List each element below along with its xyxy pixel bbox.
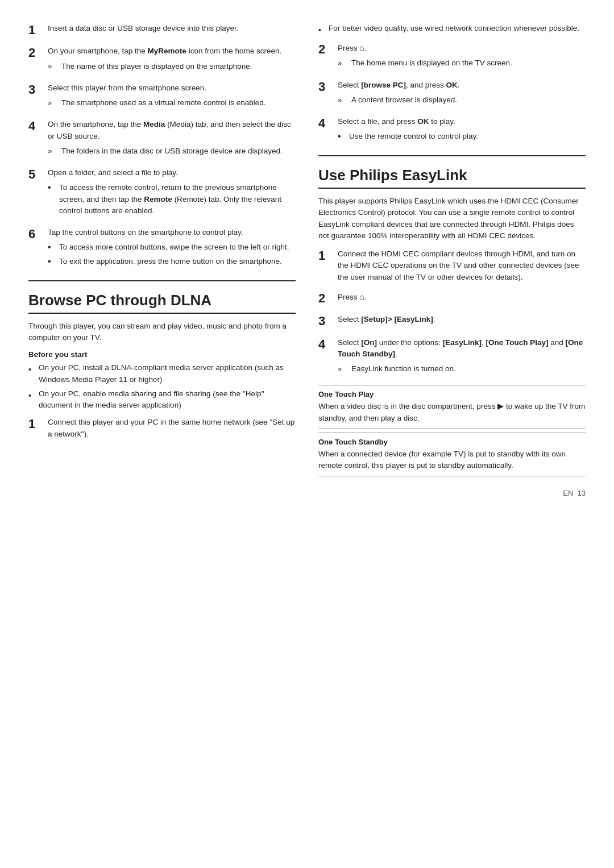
- before-start-item-2-text: On your PC, enable media sharing and fil…: [39, 388, 296, 412]
- right-top-bullet-1-text: For better video quality, use wired netw…: [329, 23, 579, 36]
- arrow-icon: »: [48, 146, 57, 157]
- step-6-sub-list: • To access more control buttons, swipe …: [48, 242, 296, 268]
- page-footer: EN 13: [28, 480, 586, 497]
- footer-page-number: 13: [578, 489, 586, 497]
- step-6-sub-1-text: To access more control buttons, swipe th…: [59, 242, 289, 254]
- dlna-step-2-content: Press . » The home menu is displayed on …: [338, 42, 586, 72]
- dlna-step-4-text: Select a file, and press OK to play.: [338, 117, 455, 126]
- step-4-sub-1: » The folders in the data disc or USB st…: [48, 146, 296, 157]
- dlna-step-3-text: Select [browse PC], and press OK.: [338, 81, 460, 89]
- bullet-icon: •: [28, 364, 34, 385]
- easylink-step-3-content: Select [Setup]> [EasyLink].: [338, 314, 586, 325]
- main-steps-list: 1 Insert a data disc or USB storage devi…: [28, 23, 296, 270]
- step-4-sub-1-text: The folders in the data disc or USB stor…: [61, 146, 283, 157]
- step-2-sub-list: » The name of this player is displayed o…: [48, 61, 296, 72]
- step-2-sub-1-text: The name of this player is displayed on …: [61, 61, 252, 72]
- step-3-text: Select this player from the smartphone s…: [48, 84, 206, 92]
- easylink-title: Use Philips EasyLink: [318, 167, 586, 189]
- dlna-step-4-sub-list: • Use the remote control to control play…: [338, 131, 586, 143]
- easylink-step-4: 4 Select [On] under the options: [EasyLi…: [318, 337, 586, 377]
- step-4-sub-list: » The folders in the data disc or USB st…: [48, 146, 296, 157]
- step-6-text: Tap the control buttons on the smartphon…: [48, 228, 243, 236]
- easylink-step-4-text: Select [On] under the options: [EasyLink…: [338, 338, 583, 358]
- step-2-text: On your smartphone, tap the MyRemote ico…: [48, 47, 281, 55]
- step-5-sub-1-text: To access the remote control, return to …: [59, 182, 296, 217]
- arrow-icon: »: [48, 97, 57, 109]
- dlna-step-number-4: 4: [318, 116, 332, 131]
- browse-step-1: 1 Connect this player and your PC in the…: [28, 417, 296, 440]
- before-start-item-1: • On your PC, install a DLNA-compliant m…: [28, 362, 296, 385]
- one-touch-play-body: When a video disc is in the disc compart…: [318, 401, 586, 424]
- before-start-label: Before you start: [28, 350, 296, 359]
- browse-pc-title: Browse PC through DLNA: [28, 292, 296, 314]
- before-start-list: • On your PC, install a DLNA-compliant m…: [28, 362, 296, 411]
- step-3-sub-1: » The smartphone used as a virtual remot…: [48, 97, 296, 109]
- step-6-sub-1: • To access more control buttons, swipe …: [48, 242, 296, 254]
- dlna-steps-list: 2 Press . » The home menu is displayed o…: [318, 42, 586, 145]
- browse-step-1-text: Connect this player and your PC in the s…: [48, 418, 294, 438]
- dlna-step-number-2: 2: [318, 42, 332, 57]
- one-touch-standby-title: One Touch Standby: [318, 438, 586, 446]
- home-icon: [359, 44, 364, 52]
- before-start-item-1-text: On your PC, install a DLNA-compliant med…: [39, 362, 296, 385]
- step-number-4: 4: [28, 119, 42, 134]
- easylink-step-1: 1 Connect the HDMI CEC compliant devices…: [318, 248, 586, 283]
- dlna-step-2-text: Press .: [338, 44, 367, 52]
- step-number-5: 5: [28, 167, 42, 182]
- dlna-step-4-sub-1-text: Use the remote control to control play.: [349, 131, 478, 143]
- left-column: 1 Insert a data disc or USB storage devi…: [28, 23, 296, 480]
- step-5-sub-list: • To access the remote control, return t…: [48, 182, 296, 217]
- browse-section-divider: [28, 280, 296, 281]
- easylink-step-4-sub-1-text: EasyLink function is turned on.: [351, 363, 456, 375]
- bullet-icon: •: [28, 390, 34, 412]
- step-6: 6 Tap the control buttons on the smartph…: [28, 227, 296, 270]
- easylink-intro: This player supports Philips EasyLink wh…: [318, 196, 586, 242]
- easylink-section-divider: [318, 155, 586, 156]
- one-touch-standby-body: When a connected device (for example TV)…: [318, 448, 586, 472]
- easylink-step-number-3: 3: [318, 314, 332, 329]
- step-number-6: 6: [28, 227, 42, 242]
- right-top-bullets: • For better video quality, use wired ne…: [318, 23, 586, 36]
- step-number-2: 2: [28, 45, 42, 60]
- step-2: 2 On your smartphone, tap the MyRemote i…: [28, 45, 296, 74]
- easylink-step-4-sub-list: » EasyLink function is turned on.: [338, 363, 586, 375]
- dlna-step-2: 2 Press . » The home menu is displayed o…: [318, 42, 586, 72]
- footer-lang: EN: [563, 489, 573, 497]
- dlna-step-4: 4 Select a file, and press OK to play. •…: [318, 116, 586, 145]
- easylink-step-2: 2 Press .: [318, 291, 586, 306]
- easylink-step-number-2: 2: [318, 291, 332, 306]
- easylink-step-number-4: 4: [318, 337, 332, 352]
- step-5-text: Open a folder, and select a file to play…: [48, 168, 178, 177]
- arrow-icon: »: [338, 57, 347, 69]
- dlna-step-3: 3 Select [browse PC], and press OK. » A …: [318, 80, 586, 109]
- bullet-icon: •: [48, 256, 55, 268]
- easylink-step-1-text: Connect the HDMI CEC compliant devices t…: [338, 250, 579, 281]
- bullet-icon: •: [48, 242, 55, 254]
- step-4: 4 On the smartphone, tap the Media (Medi…: [28, 119, 296, 159]
- before-start-item-2: • On your PC, enable media sharing and f…: [28, 388, 296, 412]
- step-5-content: Open a folder, and select a file to play…: [48, 167, 296, 219]
- step-1-content: Insert a data disc or USB storage device…: [48, 23, 296, 34]
- step-3-sub-list: » The smartphone used as a virtual remot…: [48, 97, 296, 109]
- dlna-step-4-sub-1: • Use the remote control to control play…: [338, 131, 586, 143]
- easylink-step-2-content: Press .: [338, 291, 586, 303]
- easylink-step-4-content: Select [On] under the options: [EasyLink…: [338, 337, 586, 377]
- arrow-icon: »: [338, 94, 347, 106]
- dlna-step-3-sub-list: » A content browser is displayed.: [338, 94, 586, 106]
- step-6-content: Tap the control buttons on the smartphon…: [48, 227, 296, 270]
- home-icon: [359, 293, 364, 301]
- easylink-step-2-text: Press .: [338, 293, 367, 301]
- easylink-step-1-content: Connect the HDMI CEC compliant devices t…: [338, 248, 586, 283]
- dlna-step-number-3: 3: [318, 80, 332, 94]
- right-column: • For better video quality, use wired ne…: [318, 23, 586, 480]
- dlna-step-3-sub-1: » A content browser is displayed.: [338, 94, 586, 106]
- dlna-step-4-content: Select a file, and press OK to play. • U…: [338, 116, 586, 145]
- dlna-step-2-sub-1-text: The home menu is displayed on the TV scr…: [351, 57, 512, 69]
- bullet-icon: •: [318, 24, 324, 36]
- dlna-step-3-sub-1-text: A content browser is displayed.: [351, 94, 457, 106]
- right-top-bullet-1: • For better video quality, use wired ne…: [318, 23, 586, 36]
- easylink-steps-list: 1 Connect the HDMI CEC compliant devices…: [318, 248, 586, 377]
- step-6-sub-2: • To exit the application, press the hom…: [48, 256, 296, 268]
- easylink-step-3: 3 Select [Setup]> [EasyLink].: [318, 314, 586, 329]
- browse-pc-intro: Through this player, you can stream and …: [28, 321, 296, 344]
